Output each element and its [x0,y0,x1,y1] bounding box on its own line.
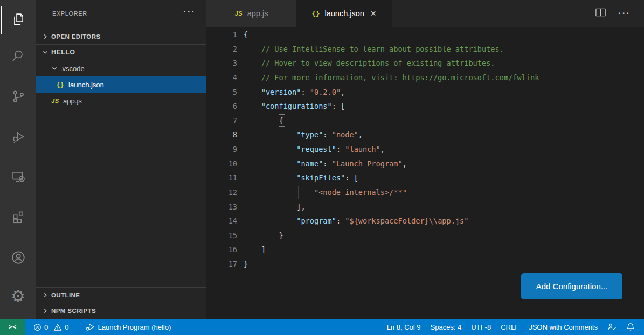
code-line-1[interactable]: 1{ [206,27,644,42]
error-icon [33,323,41,331]
settings-gear-icon[interactable]: ⚙ [0,282,36,310]
error-count: 0 [44,323,48,331]
section-open-editors[interactable]: OPEN EDITORS [36,29,206,44]
remote-explorer-icon[interactable] [0,163,36,191]
remote-indicator[interactable]: >< [0,319,25,335]
chevron-down-icon [41,48,49,56]
tab-app-js[interactable]: JS app.js [206,0,296,27]
search-icon[interactable] [0,42,36,70]
code-line-9[interactable]: 9 "request": "launch", [206,142,644,157]
editor-more-actions-icon[interactable]: ··· [618,8,631,19]
code-line-8[interactable]: 8 "type": "node", [206,128,644,142]
indent-guide [280,128,280,228]
code-line-15[interactable]: 15 } [206,228,644,243]
code-line-13[interactable]: 13 ], [206,200,644,214]
code-line-12[interactable]: 12 "<node_internals>/**" [206,185,644,200]
activity-bar: ⚙ [0,0,36,319]
bracket-match-open [279,114,285,127]
tree-file-launch-json-selected[interactable]: {} launch.json [36,76,206,93]
line-content: "version": "0.2.0", [244,85,345,100]
eol-item[interactable]: CRLF [496,319,524,335]
line-content: "request": "launch", [244,142,385,157]
line-number[interactable]: 1 [206,27,237,42]
code-line-14[interactable]: 14 "program": "${workspaceFolder}\\app.j… [206,214,644,228]
chevron-right-icon [41,307,49,315]
tab-label: launch.json [324,9,364,18]
feedback-item[interactable] [603,319,621,335]
code-line-6[interactable]: 6 "configurations": [ [206,99,644,114]
editor-group: JS app.js {} launch.json ✕ ··· 1{2 // Us… [206,0,644,319]
section-npm-scripts[interactable]: NPM SCRIPTS [36,303,206,318]
explorer-sidebar: EXPLORER ··· OPEN EDITORS HELLO .vscode … [36,0,206,319]
tree-indent-guide [49,76,49,93]
warning-icon [53,323,62,331]
line-content: // For more information, visit: https://… [244,71,539,85]
tree-root-hello[interactable]: HELLO [36,44,206,60]
code-line-7[interactable]: 7 { [206,114,644,128]
tab-launch-json-active[interactable]: {} launch.json ✕ [296,0,392,27]
line-number[interactable]: 7 [206,114,237,128]
cursor-position[interactable]: Ln 8, Col 9 [382,319,426,335]
add-configuration-button[interactable]: Add Configuration... [521,273,622,299]
code-line-10[interactable]: 10 "name": "Launch Program", [206,157,644,171]
explorer-icon[interactable] [0,5,36,33]
notifications-item[interactable] [621,319,640,335]
line-content: "skipFiles": [ [244,171,358,185]
line-number[interactable]: 5 [206,85,237,100]
remote-icon: >< [9,323,16,331]
bell-icon [626,323,635,331]
line-number[interactable]: 4 [206,71,237,85]
code-line-2[interactable]: 2 // Use IntelliSense to learn about pos… [206,42,644,57]
line-content: // Hover to view descriptions of existin… [244,56,495,71]
line-number[interactable]: 14 [206,214,237,228]
line-content: "<node_internals>/**" [244,185,407,200]
split-editor-icon[interactable] [595,8,606,19]
line-number[interactable]: 15 [206,228,237,243]
line-number[interactable]: 6 [206,99,237,114]
code-line-4[interactable]: 4 // For more information, visit: https:… [206,71,644,85]
warning-count: 0 [65,323,68,331]
run-debug-icon[interactable] [0,122,36,150]
line-number[interactable]: 3 [206,56,237,71]
line-number[interactable]: 10 [206,157,237,171]
code-line-11[interactable]: 11 "skipFiles": [ [206,171,644,185]
status-bar-right: Ln 8, Col 9 Spaces: 4 UTF-8 CRLF JSON wi… [382,319,644,335]
encoding-item[interactable]: UTF-8 [466,319,496,335]
vscode-window: ⚙ EXPLORER ··· OPEN EDITORS HELLO .vscod… [0,0,644,335]
tree-folder-vscode[interactable]: .vscode [36,60,206,76]
code-line-3[interactable]: 3 // Hover to view descriptions of exist… [206,56,644,71]
line-number[interactable]: 17 [206,257,237,271]
js-file-icon: JS [51,97,59,104]
language-mode-item[interactable]: JSON with Comments [524,319,603,335]
line-number[interactable]: 9 [206,142,237,157]
line-number[interactable]: 13 [206,200,237,214]
code-line-17[interactable]: 17} [206,257,644,271]
section-outline[interactable]: OUTLINE [36,287,206,303]
line-number[interactable]: 16 [206,242,237,257]
line-content: // Use IntelliSense to learn about possi… [244,42,504,57]
close-tab-icon[interactable]: ✕ [370,9,377,18]
extensions-icon[interactable] [0,202,36,230]
sidebar-more-actions-icon[interactable]: ··· [183,6,196,17]
code-line-16[interactable]: 16 ] [206,242,644,257]
tab-bar: JS app.js {} launch.json ✕ ··· [206,0,644,27]
feedback-icon [607,323,617,331]
line-content: } [244,228,283,243]
account-icon[interactable] [0,243,36,271]
json-file-icon: {} [311,10,320,18]
line-number[interactable]: 12 [206,185,237,200]
line-number[interactable]: 11 [206,171,237,185]
json-file-icon: {} [56,81,64,89]
tree-file-app-js[interactable]: JS app.js [36,93,206,109]
line-content: "configurations": [ [244,99,345,114]
line-number[interactable]: 2 [206,42,237,57]
line-number[interactable]: 8 [206,128,237,142]
indentation-item[interactable]: Spaces: 4 [426,319,467,335]
code-editor[interactable]: 1{2 // Use IntelliSense to learn about p… [206,27,644,271]
js-file-icon: JS [235,10,243,17]
source-control-icon[interactable] [0,82,36,110]
debug-launch-item[interactable]: Launch Program (hello) [81,319,176,335]
code-line-5[interactable]: 5 "version": "0.2.0", [206,85,644,100]
problems-item[interactable]: 0 0 [29,319,73,335]
indent-guide [262,42,262,257]
